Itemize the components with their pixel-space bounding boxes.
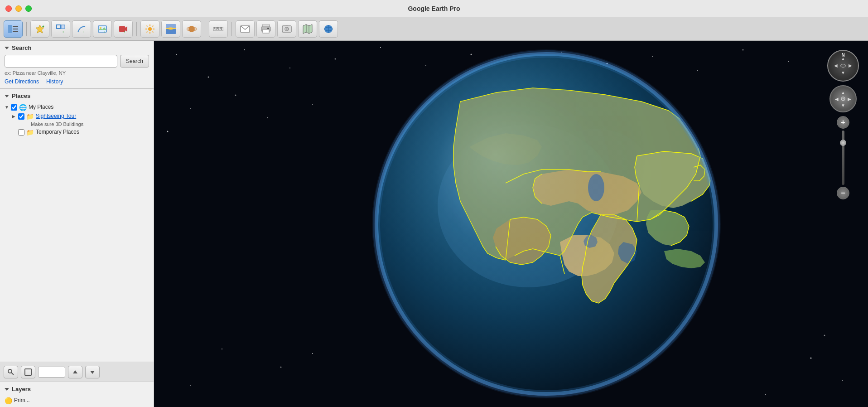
svg-point-78	[312, 104, 313, 105]
move-down-button[interactable]	[85, 366, 100, 378]
search-bottom-button[interactable]	[4, 366, 18, 378]
app-title: Google Earth Pro	[408, 5, 460, 12]
earth-globe	[370, 47, 723, 401]
compass-arrows: ▲ ◀ ▶ ▼	[833, 55, 854, 76]
pan-ul	[834, 89, 840, 96]
layers-header: Layers	[5, 386, 149, 392]
search-input[interactable]	[5, 55, 117, 68]
sunlight-button[interactable]	[140, 20, 159, 38]
pan-dr	[846, 102, 853, 108]
record-tour-button[interactable]: +	[114, 20, 133, 38]
svg-point-45	[286, 28, 288, 30]
ruler-button[interactable]	[209, 20, 228, 38]
pan-dl	[834, 102, 840, 108]
close-button[interactable]	[5, 5, 12, 12]
svg-rect-2	[13, 29, 18, 29]
compass-down-button[interactable]: ▼	[840, 69, 847, 76]
svg-point-76	[235, 95, 236, 96]
svg-point-60	[208, 77, 209, 78]
svg-point-77	[267, 117, 268, 118]
zoom-in-button[interactable]: +	[837, 116, 849, 129]
temporary-checkbox[interactable]	[18, 129, 24, 136]
add-placemark-button[interactable]: +	[30, 20, 49, 38]
titlebar: Google Earth Pro	[0, 0, 868, 17]
save-image-button[interactable]	[277, 20, 296, 38]
pan-down-button[interactable]: ▼	[840, 102, 846, 108]
svg-text:+: +	[104, 30, 106, 34]
svg-point-53	[8, 369, 12, 373]
places-collapse-icon[interactable]	[5, 95, 9, 97]
print-button[interactable]	[256, 20, 275, 38]
tree-item-temporary: ▶ 📁 Temporary Places	[5, 128, 149, 137]
history-link[interactable]: History	[46, 78, 63, 85]
earth-button[interactable]	[319, 20, 338, 38]
sightseeing-expand-arrow[interactable]: ▶	[12, 114, 18, 119]
pan-center	[840, 96, 846, 102]
maps-button[interactable]	[298, 20, 317, 38]
layers-collapse-icon[interactable]	[5, 388, 9, 391]
add-polygon-button[interactable]: +	[51, 20, 70, 38]
sky-button[interactable]	[161, 20, 180, 38]
places-header: Places	[5, 92, 149, 99]
svg-point-59	[176, 54, 177, 55]
pan-left-button[interactable]: ◀	[834, 96, 840, 102]
toolbar-sep-2	[136, 22, 137, 36]
sidebar-bottom-input[interactable]	[38, 367, 65, 378]
sightseeing-checkbox[interactable]	[18, 113, 24, 120]
add-path-button[interactable]: +	[72, 20, 91, 38]
svg-rect-0	[8, 25, 12, 33]
svg-point-82	[312, 353, 313, 354]
svg-point-62	[289, 68, 290, 68]
compass-center[interactable]	[840, 63, 847, 69]
places-section: Places ▼ 🌐 My Places ▶ 📁 Sightseeing Tou…	[0, 89, 154, 362]
compass-right-button[interactable]: ▶	[847, 63, 854, 69]
main-content: Search Search ex: Pizza near Clayville, …	[0, 41, 868, 407]
svg-marker-47	[303, 24, 312, 34]
pan-right-button[interactable]: ▶	[846, 96, 853, 102]
svg-marker-56	[73, 370, 77, 373]
move-up-button[interactable]	[68, 366, 82, 378]
tree-item-sightseeing: ▶ 📁 Sightseeing Tour	[5, 112, 149, 121]
layers-title: Layers	[12, 386, 31, 392]
compass[interactable]: N ▲ ◀ ▶ ▼	[827, 50, 859, 82]
svg-point-79	[167, 131, 169, 132]
svg-point-99	[843, 98, 844, 100]
compass-up-right	[847, 55, 854, 62]
zoom-out-button[interactable]: −	[837, 187, 849, 199]
layers-first-item: 🟡 Prim...	[5, 396, 149, 405]
svg-text:+: +	[42, 24, 44, 29]
zoom-track[interactable]	[842, 131, 844, 185]
pan-ur	[846, 89, 853, 96]
svg-rect-42	[267, 28, 269, 29]
svg-rect-55	[25, 369, 31, 375]
myplaces-checkbox[interactable]	[11, 104, 17, 111]
planet-button[interactable]	[182, 20, 201, 38]
get-directions-link[interactable]: Get Directions	[5, 78, 39, 85]
svg-line-54	[11, 373, 14, 375]
search-button[interactable]: Search	[120, 55, 149, 68]
sidebar-toggle-button[interactable]	[4, 20, 23, 38]
svg-text:+: +	[62, 30, 64, 34]
add-overlay-button[interactable]: +	[93, 20, 112, 38]
minimize-button[interactable]	[15, 5, 22, 12]
sidebar-bottom-toolbar	[0, 362, 154, 382]
svg-point-75	[190, 108, 191, 109]
myplaces-collapse-arrow[interactable]: ▼	[5, 105, 11, 110]
maximize-button[interactable]	[25, 5, 32, 12]
navigation-controls: N ▲ ◀ ▶ ▼ ▲	[827, 50, 859, 199]
main-toolbar: + + + + +	[0, 17, 868, 41]
pan-control[interactable]: ▲ ◀ ▶ ▼	[829, 85, 857, 112]
pan-up-button[interactable]: ▲	[840, 89, 846, 96]
svg-point-16	[148, 27, 152, 31]
svg-point-72	[743, 49, 744, 51]
svg-line-24	[147, 31, 148, 32]
search-collapse-icon[interactable]	[5, 47, 9, 49]
sightseeing-label[interactable]: Sightseeing Tour	[36, 113, 76, 119]
temporary-label: Temporary Places	[36, 129, 79, 135]
email-button[interactable]	[236, 20, 255, 38]
zoom-thumb[interactable]	[840, 140, 846, 146]
map-area[interactable]: N ▲ ◀ ▶ ▼ ▲	[154, 41, 868, 407]
compass-left-button[interactable]: ◀	[833, 63, 839, 69]
view-bottom-button[interactable]	[21, 366, 35, 378]
sightseeing-sublabel: Make sure 3D Buildings	[5, 121, 149, 128]
